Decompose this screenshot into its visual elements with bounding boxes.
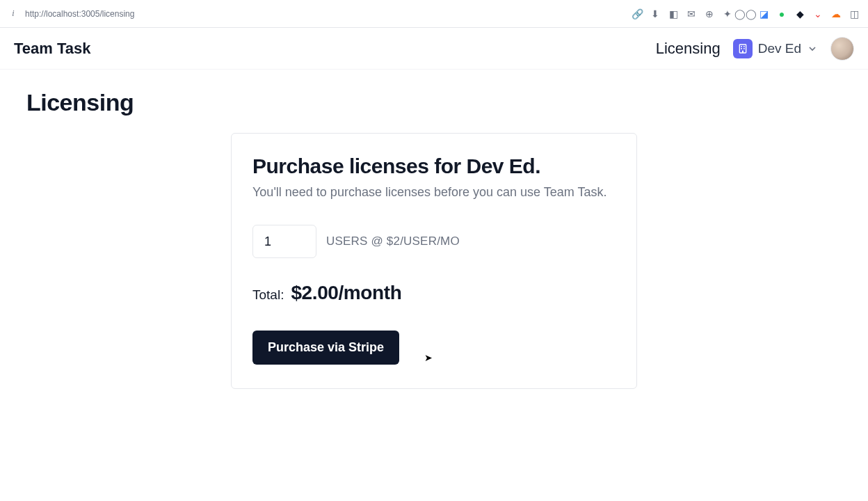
total-value: $2.00/month (291, 282, 401, 304)
page-content: Licensing Purchase licenses for Dev Ed. … (0, 70, 868, 408)
header-right: Licensing Dev Ed (656, 37, 854, 61)
cloud-icon[interactable]: ☁ (830, 8, 842, 19)
link-icon[interactable]: 🔗 (632, 8, 643, 19)
svg-rect-4 (744, 48, 745, 49)
app-header: Team Task Licensing Dev Ed (0, 28, 868, 70)
extension-icon-blue[interactable]: ◪ (758, 8, 769, 19)
total-row: Total: $2.00/month (252, 282, 616, 304)
user-quantity-input[interactable] (252, 225, 316, 258)
purchase-button[interactable]: Purchase via Stripe (252, 331, 399, 365)
address-url[interactable]: http://localhost:3005/licensing (25, 9, 134, 19)
pocket-icon[interactable]: ⌄ (812, 8, 823, 19)
svg-rect-1 (741, 46, 742, 47)
purchase-card: Purchase licenses for Dev Ed. You'll nee… (231, 133, 637, 389)
user-avatar[interactable] (830, 37, 854, 61)
globe-icon[interactable]: ⊕ (704, 8, 715, 19)
download-icon[interactable]: ⬇ (650, 8, 661, 19)
total-label: Total: (252, 287, 284, 303)
svg-rect-2 (744, 46, 745, 47)
pricing-text: USERS @ $2/USER/MO (326, 234, 460, 248)
extension-icon-dark[interactable]: ◆ (794, 8, 805, 19)
site-info-icon[interactable]: i (8, 9, 18, 19)
org-name: Dev Ed (758, 41, 801, 56)
svg-rect-3 (741, 48, 742, 49)
sidebar-toggle-icon[interactable]: ◫ (849, 8, 860, 19)
org-selector[interactable]: Dev Ed (733, 39, 818, 58)
chevron-down-icon (807, 43, 818, 54)
page-heading: Licensing (26, 89, 842, 116)
target-icon[interactable]: ✦ (722, 8, 733, 19)
org-badge-icon (733, 39, 753, 58)
app-title[interactable]: Team Task (14, 40, 90, 58)
card-subtitle: You'll need to purchase licenses before … (252, 185, 616, 200)
glasses-icon[interactable]: ◯◯ (740, 8, 751, 19)
mail-icon[interactable]: ✉ (686, 8, 697, 19)
browser-extension-icons: 🔗 ⬇ ◧ ✉ ⊕ ✦ ◯◯ ◪ ● ◆ ⌄ ☁ ◫ (632, 8, 860, 19)
extension-icon-green[interactable]: ● (776, 8, 787, 19)
browser-address-bar: i http://localhost:3005/licensing 🔗 ⬇ ◧ … (0, 0, 868, 28)
quantity-row: USERS @ $2/USER/MO (252, 225, 616, 258)
nav-licensing[interactable]: Licensing (656, 40, 721, 58)
card-title: Purchase licenses for Dev Ed. (252, 154, 616, 178)
svg-rect-5 (742, 50, 744, 52)
camera-icon[interactable]: ◧ (668, 8, 679, 19)
